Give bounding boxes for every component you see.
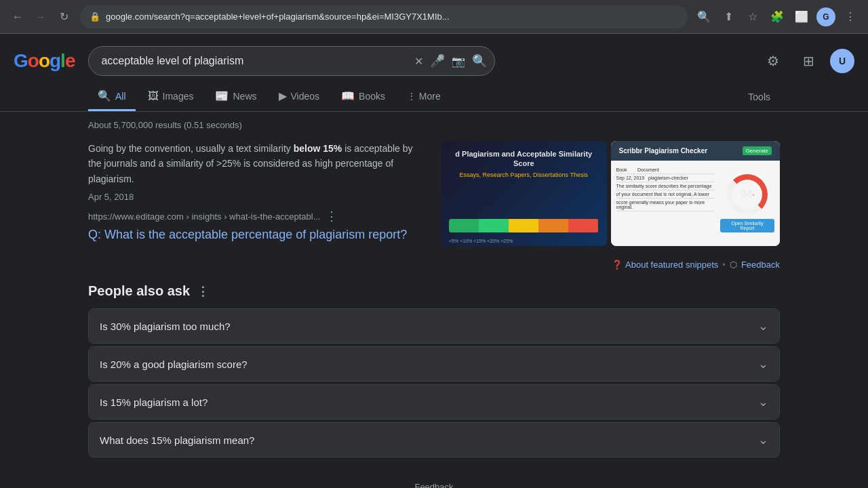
google-page: Google acceptable level of plagiarism ✕ …: [0, 34, 868, 488]
snippet-image-row: d Plagiarism and Acceptable Similarity S…: [441, 141, 780, 246]
snippet-body-text1: Going by the convention, usually a text …: [88, 143, 294, 154]
lock-icon: 🔒: [90, 12, 100, 22]
extensions-button[interactable]: 🧩: [768, 7, 787, 26]
tab-more[interactable]: ⋮ More: [397, 84, 450, 110]
browser-actions: 🔍 ⬆ ☆ 🧩 ⬜ G ⋮: [694, 7, 860, 26]
snippet-more-options-button[interactable]: ⋮: [326, 209, 338, 224]
browser-nav-buttons: ← → ↻: [8, 7, 73, 26]
voice-search-button[interactable]: 🎤: [430, 54, 445, 68]
address-text: google.com/search?q=acceptable+level+of+…: [106, 12, 678, 22]
videos-icon: ▶: [279, 89, 287, 102]
paa-item-3-header[interactable]: Is 15% plagiarism a lot? ⌄: [89, 385, 779, 419]
tab-images[interactable]: 🖼 Images: [138, 83, 203, 111]
paa-chevron-1: ⌄: [758, 319, 768, 333]
snippet-image-2[interactable]: Scribbr Plagiarism Checker Generate Book…: [611, 141, 781, 246]
address-bar[interactable]: 🔒 google.com/search?q=acceptable+level+o…: [80, 5, 688, 28]
google-header: Google acceptable level of plagiarism ✕ …: [0, 34, 868, 83]
search-bar-container: acceptable level of plagiarism ✕ 🎤 📷 🔍: [88, 46, 495, 76]
score-circle: 94°: [727, 174, 768, 215]
tab-news[interactable]: 📰 News: [205, 83, 266, 111]
tab-all[interactable]: 🔍 All: [88, 83, 136, 111]
snippet-url-text: https://www.editage.com › insights › wha…: [88, 211, 320, 222]
about-snippets-link[interactable]: About featured snippets: [625, 260, 718, 270]
paa-item-3[interactable]: Is 15% plagiarism a lot? ⌄: [88, 384, 780, 420]
snippet-feedback-icon: ⬡: [730, 260, 737, 270]
feedback-link[interactable]: Feedback: [741, 260, 780, 270]
footer-dot: •: [722, 260, 726, 270]
paa-item-1-header[interactable]: Is 30% plagiarism too much? ⌄: [89, 309, 779, 343]
img1-title: d Plagiarism and Acceptable Similarity S…: [449, 149, 599, 169]
profile-avatar[interactable]: U: [830, 49, 854, 73]
news-icon: 📰: [215, 89, 229, 102]
scribbr-tag: Generate: [743, 146, 772, 155]
paa-chevron-4: ⌄: [758, 432, 768, 447]
google-logo[interactable]: Google: [14, 50, 75, 72]
paa-item-1[interactable]: Is 30% plagiarism too much? ⌄: [88, 308, 780, 344]
bookmark-button[interactable]: ☆: [743, 7, 762, 26]
apps-button[interactable]: ⊞: [795, 47, 822, 75]
paa-question-4: What does 15% plagiarism mean?: [100, 434, 254, 446]
search-browser-button[interactable]: 🔍: [694, 7, 713, 26]
tab-news-label: News: [233, 91, 256, 102]
tab-videos-label: Videos: [291, 91, 320, 102]
results-stats: About 5,700,000 results (0.51 seconds): [88, 120, 780, 130]
avatar[interactable]: G: [816, 7, 835, 26]
featured-snippet-area: Going by the convention, usually a text …: [88, 141, 780, 246]
scribbr-body: Book Document Sep 12, 2019 plagiarism-ch…: [611, 161, 781, 246]
img1-label: d Plagiarism and Acceptable Similarity S…: [449, 149, 599, 178]
paa-item-4-header[interactable]: What does 15% plagiarism mean? ⌄: [89, 423, 779, 457]
images-icon: 🖼: [148, 90, 159, 102]
score-number: 94°: [741, 188, 755, 201]
settings-button[interactable]: ⚙: [760, 47, 787, 75]
snippet-body: Going by the convention, usually a text …: [88, 141, 427, 186]
snippet-bold-text: below 15%: [294, 143, 342, 154]
forward-button[interactable]: →: [31, 7, 50, 26]
image-search-button[interactable]: 📷: [452, 55, 465, 68]
browser-chrome: ← → ↻ 🔒 google.com/search?q=acceptable+l…: [0, 0, 868, 34]
about-snippets-icon: ❓: [612, 260, 623, 270]
search-tabs: 🔍 All 🖼 Images 📰 News ▶ Videos 📖 Books ⋮…: [0, 83, 868, 112]
feedback-bottom[interactable]: Feedback: [0, 468, 868, 488]
snippet-source-url: https://www.editage.com › insights › wha…: [88, 209, 427, 224]
paa-item-4[interactable]: What does 15% plagiarism mean? ⌄: [88, 422, 780, 458]
books-icon: 📖: [341, 89, 355, 102]
search-bar-icons: ✕ 🎤 📷 🔍: [414, 54, 487, 68]
share-button[interactable]: ⬆: [719, 7, 738, 26]
header-right: ⚙ ⊞ U: [760, 47, 854, 75]
all-icon: 🔍: [98, 89, 111, 102]
refresh-button[interactable]: ↻: [54, 7, 73, 26]
scribbr-row-3: The similarity score describes the perce…: [616, 182, 715, 190]
search-submit-button[interactable]: 🔍: [472, 54, 487, 68]
scribbr-row-4: of your document that is not original. A…: [616, 190, 715, 199]
paa-options-button[interactable]: ⋮: [197, 284, 209, 299]
tab-videos[interactable]: ▶ Videos: [269, 83, 330, 111]
paa-question-2: Is 20% a good plagiarism score?: [100, 359, 248, 370]
scribbr-row-1: Book Document: [616, 166, 715, 174]
tools-tab[interactable]: Tools: [738, 85, 780, 109]
scribbr-title: Scribbr Plagiarism Checker: [619, 147, 708, 155]
paa-question-3: Is 15% plagiarism a lot?: [100, 396, 208, 408]
scribbr-open-btn[interactable]: Open Similarity Report: [720, 219, 774, 232]
back-button[interactable]: ←: [8, 7, 27, 26]
paa-chevron-2: ⌄: [758, 357, 768, 371]
tab-books[interactable]: 📖 Books: [332, 83, 395, 111]
tab-more-label: ⋮ More: [407, 91, 441, 102]
more-options-button[interactable]: ⋮: [841, 7, 860, 26]
snippet-result-link[interactable]: Q: What is the acceptable percentage of …: [88, 228, 407, 241]
tab-images-label: Images: [163, 91, 194, 102]
snippet-images: d Plagiarism and Acceptable Similarity S…: [441, 141, 780, 246]
img1-diagonal-text: <5% <10% <15% <20% >25%: [449, 239, 599, 243]
scribbr-header: Scribbr Plagiarism Checker Generate: [611, 141, 781, 161]
scribbr-table: Book Document Sep 12, 2019 plagiarism-ch…: [616, 166, 715, 241]
tab-all-label: All: [115, 91, 126, 102]
snippet-date: Apr 5, 2018: [88, 192, 427, 202]
color-bar: [449, 219, 599, 232]
tab-view-button[interactable]: ⬜: [792, 7, 811, 26]
paa-item-2-header[interactable]: Is 20% a good plagiarism score? ⌄: [89, 347, 779, 381]
main-content: About 5,700,000 results (0.51 seconds) G…: [0, 112, 868, 468]
snippet-image-1[interactable]: d Plagiarism and Acceptable Similarity S…: [441, 141, 607, 246]
clear-search-button[interactable]: ✕: [414, 55, 423, 68]
feedback-bottom-text[interactable]: Feedback: [414, 482, 453, 488]
paa-item-2[interactable]: Is 20% a good plagiarism score? ⌄: [88, 346, 780, 382]
paa-chevron-3: ⌄: [758, 394, 768, 409]
